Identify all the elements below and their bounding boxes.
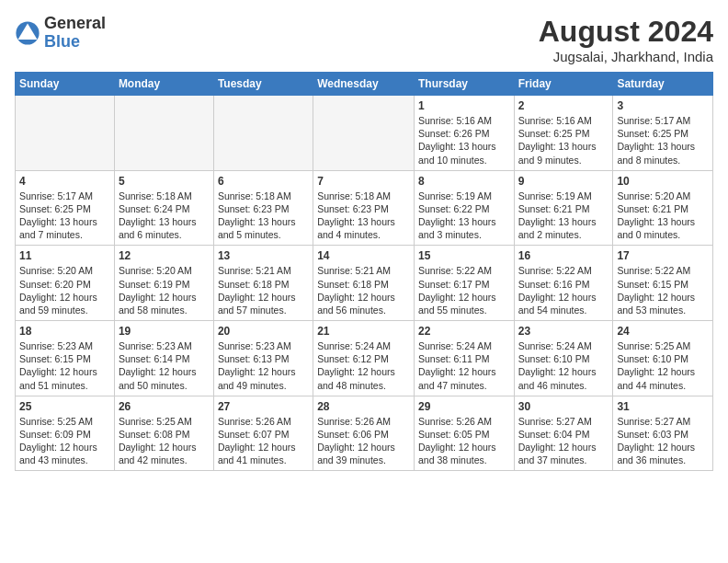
calendar-table: SundayMondayTuesdayWednesdayThursdayFrid…: [15, 72, 713, 471]
day-info: Sunrise: 5:18 AM Sunset: 6:24 PM Dayligh…: [119, 190, 210, 242]
calendar-cell: 24Sunrise: 5:25 AM Sunset: 6:10 PM Dayli…: [613, 321, 713, 396]
day-number: 17: [617, 249, 709, 262]
day-number: 29: [418, 400, 510, 413]
calendar-cell: 22Sunrise: 5:24 AM Sunset: 6:11 PM Dayli…: [414, 321, 514, 396]
logo-blue: Blue: [44, 33, 106, 52]
day-number: 15: [418, 249, 510, 262]
calendar-week-row: 11Sunrise: 5:20 AM Sunset: 6:20 PM Dayli…: [16, 246, 713, 321]
calendar-cell: 2Sunrise: 5:16 AM Sunset: 6:25 PM Daylig…: [514, 96, 613, 171]
calendar-cell: [313, 96, 415, 171]
calendar-cell: 25Sunrise: 5:25 AM Sunset: 6:09 PM Dayli…: [16, 396, 115, 471]
calendar-week-row: 1Sunrise: 5:16 AM Sunset: 6:26 PM Daylig…: [16, 96, 713, 171]
calendar-cell: 12Sunrise: 5:20 AM Sunset: 6:19 PM Dayli…: [114, 246, 213, 321]
calendar-cell: 29Sunrise: 5:26 AM Sunset: 6:05 PM Dayli…: [414, 396, 514, 471]
calendar-week-row: 4Sunrise: 5:17 AM Sunset: 6:25 PM Daylig…: [16, 170, 713, 246]
day-info: Sunrise: 5:17 AM Sunset: 6:25 PM Dayligh…: [19, 190, 110, 242]
day-number: 28: [317, 400, 410, 413]
day-info: Sunrise: 5:22 AM Sunset: 6:16 PM Dayligh…: [518, 264, 609, 316]
day-info: Sunrise: 5:20 AM Sunset: 6:20 PM Dayligh…: [19, 264, 110, 316]
day-info: Sunrise: 5:26 AM Sunset: 6:07 PM Dayligh…: [218, 415, 309, 467]
day-number: 3: [617, 99, 709, 112]
day-number: 31: [617, 400, 709, 413]
location-subtitle: Jugsalai, Jharkhand, India: [539, 49, 713, 64]
day-info: Sunrise: 5:22 AM Sunset: 6:17 PM Dayligh…: [418, 264, 510, 316]
day-info: Sunrise: 5:24 AM Sunset: 6:10 PM Dayligh…: [518, 339, 609, 392]
calendar-cell: 1Sunrise: 5:16 AM Sunset: 6:26 PM Daylig…: [414, 96, 514, 171]
day-number: 5: [119, 175, 210, 188]
day-info: Sunrise: 5:19 AM Sunset: 6:21 PM Dayligh…: [518, 190, 609, 242]
calendar-cell: [16, 96, 115, 171]
header-monday: Monday: [114, 73, 213, 96]
calendar-cell: 9Sunrise: 5:19 AM Sunset: 6:21 PM Daylig…: [514, 170, 613, 246]
day-number: 9: [518, 175, 609, 188]
calendar-cell: 26Sunrise: 5:25 AM Sunset: 6:08 PM Dayli…: [114, 396, 213, 471]
day-info: Sunrise: 5:23 AM Sunset: 6:14 PM Dayligh…: [119, 339, 210, 392]
day-number: 13: [218, 249, 309, 262]
day-number: 4: [19, 175, 110, 188]
calendar-cell: 7Sunrise: 5:18 AM Sunset: 6:23 PM Daylig…: [313, 170, 415, 246]
day-number: 23: [518, 325, 609, 338]
logo: General Blue: [15, 15, 106, 52]
day-info: Sunrise: 5:23 AM Sunset: 6:15 PM Dayligh…: [19, 339, 110, 392]
calendar-cell: 28Sunrise: 5:26 AM Sunset: 6:06 PM Dayli…: [313, 396, 415, 471]
calendar-cell: 6Sunrise: 5:18 AM Sunset: 6:23 PM Daylig…: [213, 170, 313, 246]
day-info: Sunrise: 5:21 AM Sunset: 6:18 PM Dayligh…: [317, 264, 410, 316]
day-number: 30: [518, 400, 609, 413]
day-info: Sunrise: 5:19 AM Sunset: 6:22 PM Dayligh…: [418, 190, 510, 242]
calendar-cell: [213, 96, 313, 171]
day-info: Sunrise: 5:25 AM Sunset: 6:08 PM Dayligh…: [119, 415, 210, 467]
day-number: 25: [19, 400, 110, 413]
calendar-cell: 21Sunrise: 5:24 AM Sunset: 6:12 PM Dayli…: [313, 321, 415, 396]
day-number: 20: [218, 325, 309, 338]
calendar-cell: 19Sunrise: 5:23 AM Sunset: 6:14 PM Dayli…: [114, 321, 213, 396]
calendar-cell: 8Sunrise: 5:19 AM Sunset: 6:22 PM Daylig…: [414, 170, 514, 246]
day-number: 2: [518, 99, 609, 112]
calendar-week-row: 25Sunrise: 5:25 AM Sunset: 6:09 PM Dayli…: [16, 396, 713, 471]
header-tuesday: Tuesday: [213, 73, 313, 96]
day-info: Sunrise: 5:21 AM Sunset: 6:18 PM Dayligh…: [218, 264, 309, 316]
day-number: 16: [518, 249, 609, 262]
calendar-cell: 5Sunrise: 5:18 AM Sunset: 6:24 PM Daylig…: [114, 170, 213, 246]
calendar-header-row: SundayMondayTuesdayWednesdayThursdayFrid…: [16, 73, 713, 96]
day-number: 8: [418, 175, 510, 188]
day-number: 11: [19, 249, 110, 262]
calendar-cell: 17Sunrise: 5:22 AM Sunset: 6:15 PM Dayli…: [613, 246, 713, 321]
day-info: Sunrise: 5:22 AM Sunset: 6:15 PM Dayligh…: [617, 264, 709, 316]
day-number: 22: [418, 325, 510, 338]
day-number: 27: [218, 400, 309, 413]
day-info: Sunrise: 5:18 AM Sunset: 6:23 PM Dayligh…: [317, 190, 410, 242]
calendar-cell: [114, 96, 213, 171]
day-number: 12: [119, 249, 210, 262]
header-sunday: Sunday: [16, 73, 115, 96]
calendar-week-row: 18Sunrise: 5:23 AM Sunset: 6:15 PM Dayli…: [16, 321, 713, 396]
day-info: Sunrise: 5:20 AM Sunset: 6:21 PM Dayligh…: [617, 190, 709, 242]
calendar-cell: 18Sunrise: 5:23 AM Sunset: 6:15 PM Dayli…: [16, 321, 115, 396]
day-info: Sunrise: 5:23 AM Sunset: 6:13 PM Dayligh…: [218, 339, 309, 392]
logo-general: General: [44, 15, 106, 33]
calendar-cell: 16Sunrise: 5:22 AM Sunset: 6:16 PM Dayli…: [514, 246, 613, 321]
header-thursday: Thursday: [414, 73, 514, 96]
calendar-cell: 11Sunrise: 5:20 AM Sunset: 6:20 PM Dayli…: [16, 246, 115, 321]
calendar-cell: 23Sunrise: 5:24 AM Sunset: 6:10 PM Dayli…: [514, 321, 613, 396]
day-info: Sunrise: 5:27 AM Sunset: 6:03 PM Dayligh…: [617, 415, 709, 467]
title-block: August 2024 Jugsalai, Jharkhand, India: [539, 15, 713, 64]
day-info: Sunrise: 5:18 AM Sunset: 6:23 PM Dayligh…: [218, 190, 309, 242]
calendar-cell: 10Sunrise: 5:20 AM Sunset: 6:21 PM Dayli…: [613, 170, 713, 246]
day-number: 24: [617, 325, 709, 338]
day-info: Sunrise: 5:25 AM Sunset: 6:10 PM Dayligh…: [617, 339, 709, 392]
month-year-title: August 2024: [539, 15, 713, 49]
logo-text: General Blue: [44, 15, 106, 52]
calendar-cell: 20Sunrise: 5:23 AM Sunset: 6:13 PM Dayli…: [213, 321, 313, 396]
day-info: Sunrise: 5:26 AM Sunset: 6:06 PM Dayligh…: [317, 415, 410, 467]
day-info: Sunrise: 5:27 AM Sunset: 6:04 PM Dayligh…: [518, 415, 609, 467]
logo-icon: [15, 20, 40, 46]
day-info: Sunrise: 5:17 AM Sunset: 6:25 PM Dayligh…: [617, 114, 709, 167]
svg-rect-2: [22, 34, 32, 40]
day-info: Sunrise: 5:20 AM Sunset: 6:19 PM Dayligh…: [119, 264, 210, 316]
calendar-cell: 4Sunrise: 5:17 AM Sunset: 6:25 PM Daylig…: [16, 170, 115, 246]
day-number: 6: [218, 175, 309, 188]
calendar-cell: 15Sunrise: 5:22 AM Sunset: 6:17 PM Dayli…: [414, 246, 514, 321]
day-number: 10: [617, 175, 709, 188]
header-saturday: Saturday: [613, 73, 713, 96]
header-friday: Friday: [514, 73, 613, 96]
